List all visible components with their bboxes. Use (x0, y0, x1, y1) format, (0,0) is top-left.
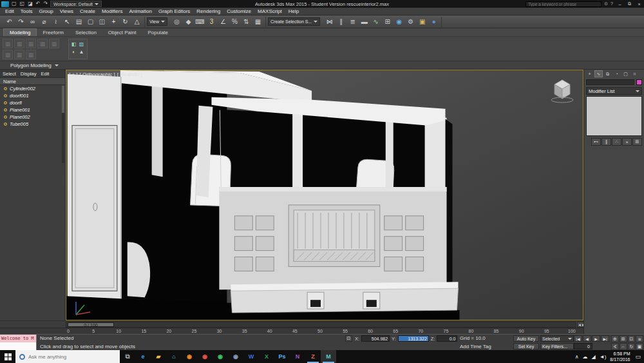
object-color-swatch[interactable] (636, 79, 642, 85)
explorer-scrollbar[interactable] (62, 86, 64, 163)
configure-modifier-sets-button[interactable]: ⊞ (632, 138, 642, 146)
hidden-icons-chevron[interactable]: ∧ (575, 354, 579, 360)
redo-toolbar-icon[interactable]: ↷ (15, 17, 26, 27)
field-of-view-icon[interactable]: ∢ (611, 343, 619, 350)
taskbar-zbrush-icon[interactable]: Z (305, 350, 321, 363)
taskbar-onenote-icon[interactable]: N (290, 350, 305, 363)
viewport-shading-menu[interactable]: [ Realistic ] (117, 72, 142, 77)
z-coordinate-field[interactable]: 0.0 (437, 335, 457, 342)
ribbon-shape-icon[interactable]: ◐ (70, 48, 77, 55)
onedrive-tray-icon[interactable]: ☁ (583, 354, 588, 360)
select-by-name-icon[interactable]: ▤ (73, 17, 84, 27)
percent-snap-icon[interactable]: % (229, 17, 240, 27)
maxscript-mini-listener[interactable]: Welcome to M (0, 335, 37, 342)
x-coordinate-field[interactable]: 504.982 (361, 335, 390, 342)
auto-key-button[interactable]: Auto Key (513, 335, 539, 342)
display-tab-icon[interactable]: ▢ (621, 70, 630, 77)
ribbon-tab[interactable]: Selection (70, 29, 102, 36)
viewport-general-menu[interactable]: [ + ] (69, 72, 78, 77)
viewport[interactable]: [ + ] [ Orthographic ] [ Realistic ] (66, 70, 583, 320)
select-and-manipulate-icon[interactable]: ◆ (183, 17, 194, 27)
mirror-icon[interactable]: ⋈ (324, 17, 335, 27)
taskbar-file-explorer-icon[interactable]: ▰ (151, 350, 166, 363)
taskbar-excel-icon[interactable]: X (259, 350, 274, 363)
close-button[interactable]: × (634, 0, 644, 8)
go-to-start-button[interactable]: |◀ (574, 335, 582, 342)
schematic-view-icon[interactable]: ⊞ (382, 17, 393, 27)
selection-region-icon[interactable]: ▢ (85, 17, 96, 27)
menu-item[interactable]: Customize (223, 8, 254, 14)
modifier-stack[interactable] (586, 96, 642, 136)
scene-object-row[interactable]: doorf001 (0, 92, 65, 99)
minimize-button[interactable]: – (615, 0, 625, 8)
ribbon-tab[interactable]: Object Paint (102, 29, 142, 36)
align-icon[interactable]: ∥ (336, 17, 346, 27)
taskbar-search-input[interactable] (28, 354, 106, 360)
ribbon-polydraw-icon[interactable]: ◧ (70, 41, 77, 48)
zoom-all-icon[interactable]: ⊞ (620, 335, 627, 342)
undo-toolbar-icon[interactable]: ↶ (4, 17, 15, 27)
zoom-extents-icon[interactable]: ⊡ (628, 335, 636, 342)
snap-toggle-3d-icon[interactable]: 3 (206, 17, 217, 27)
new-scene-icon[interactable]: ▢ (10, 1, 18, 7)
scene-object-row[interactable]: Plane002 (0, 113, 65, 121)
key-selection-dropdown[interactable]: Selected (540, 335, 574, 342)
create-tab-icon[interactable]: + (585, 70, 594, 77)
menu-item[interactable]: Tools (17, 8, 36, 14)
taskbar-3dsmax-icon[interactable]: M (321, 350, 336, 363)
use-pivot-center-icon[interactable]: ◎ (171, 17, 182, 27)
ribbon-tab[interactable]: Modeling (3, 28, 37, 36)
help-icon[interactable]: ? (609, 1, 614, 6)
edit-named-selection-sets-icon[interactable]: ▦ (252, 17, 263, 27)
truck-model[interactable] (66, 70, 583, 320)
taskbar-photoshop-icon[interactable]: Ps (274, 350, 290, 363)
signin-icon[interactable]: ⊙ (603, 1, 609, 6)
menu-item[interactable]: MAXScript (254, 8, 285, 14)
taskbar-chrome-icon[interactable]: ◉ (197, 350, 213, 363)
open-file-icon[interactable]: ◱ (19, 1, 26, 7)
window-crossing-icon[interactable]: ◫ (97, 17, 108, 27)
scene-explorer-menu-item[interactable]: Select (3, 71, 16, 77)
orbit-icon[interactable]: ↻ (628, 343, 636, 350)
scene-explorer-menu-item[interactable]: Display (21, 71, 37, 77)
viewcube[interactable] (548, 77, 576, 104)
time-slider-handle[interactable]: 0 / 100 (68, 322, 114, 327)
menu-item[interactable]: Animation (126, 8, 155, 14)
scene-object-row[interactable]: Cylinder002 (0, 85, 65, 92)
zoom-extents-all-icon[interactable]: ⧈ (636, 335, 643, 342)
menu-item[interactable]: Help (285, 8, 302, 14)
hierarchy-tab-icon[interactable]: ⧉ (603, 70, 612, 77)
infocenter-search-input[interactable] (526, 1, 601, 7)
pin-stack-button[interactable]: ⊷ (591, 138, 601, 146)
undo-icon[interactable]: ↶ (35, 1, 42, 7)
volume-tray-icon[interactable]: ◄) (600, 354, 607, 360)
scene-object-row[interactable]: doorfl (0, 99, 65, 106)
select-and-move-icon[interactable]: + (108, 17, 119, 27)
action-center-icon[interactable]: ▭ (634, 353, 641, 360)
named-selection-set-dropdown[interactable]: Create Selection S... (268, 17, 320, 26)
material-editor-icon[interactable]: ◉ (393, 17, 404, 27)
select-object-icon[interactable]: ↖ (62, 17, 73, 27)
ribbon-tab[interactable]: Freeform (37, 29, 69, 36)
motion-tab-icon[interactable]: ◔ (612, 70, 621, 77)
render-production-icon[interactable]: ● (428, 17, 439, 27)
network-tray-icon[interactable]: ◢ (592, 354, 596, 360)
polygon-modeling-label[interactable]: Polygon Modeling (10, 63, 52, 68)
taskbar-word-icon[interactable]: W (243, 350, 259, 363)
menu-item[interactable]: Group (35, 8, 56, 14)
show-end-result-button[interactable]: ∥ (601, 138, 611, 146)
set-key-button[interactable]: Set Key (513, 343, 539, 349)
viewport-pov-menu[interactable]: [ Orthographic ] (80, 72, 115, 77)
y-coordinate-field[interactable]: 1313.322 (398, 335, 429, 342)
menu-item[interactable]: Modifiers (99, 8, 126, 14)
zoom-icon[interactable]: ⊕ (611, 335, 619, 342)
redo-icon[interactable]: ↷ (42, 1, 49, 7)
modify-tab-icon[interactable]: ∿ (594, 70, 603, 77)
pan-view-icon[interactable]: ⇔ (620, 343, 627, 350)
spinner-snap-icon[interactable]: ⇅ (241, 17, 252, 27)
make-unique-button[interactable]: ∴ (612, 138, 621, 146)
scene-object-row[interactable]: Tube005 (0, 121, 65, 128)
taskbar-store-icon[interactable]: ⌂ (166, 350, 182, 363)
menu-item[interactable]: Rendering (193, 8, 223, 14)
time-slider-track[interactable]: 0 / 100 (66, 322, 576, 328)
